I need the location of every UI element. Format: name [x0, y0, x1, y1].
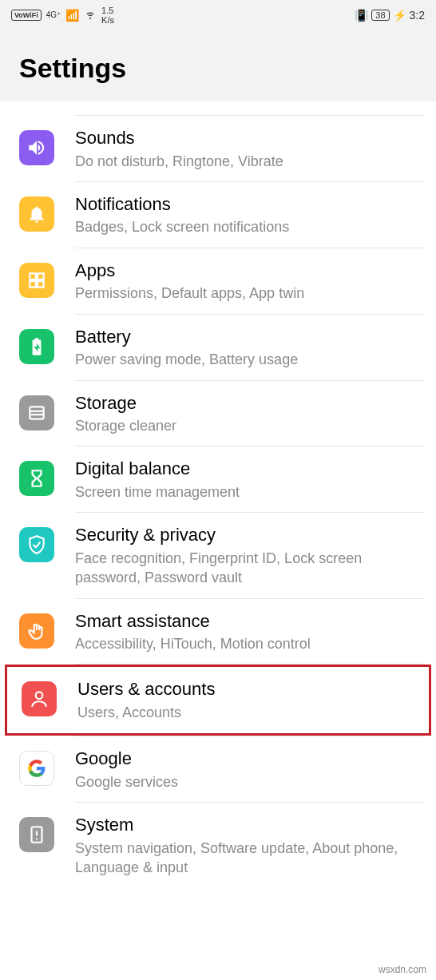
clock: 3:2	[410, 9, 425, 22]
item-title: Notifications	[75, 193, 425, 216]
item-title: Smart assistance	[75, 610, 425, 633]
settings-item-notifications[interactable]: Notifications Badges, Lock screen notifi…	[0, 182, 436, 248]
item-title: Google	[75, 748, 425, 771]
status-bar: VoWiFi 4G⁺ 📶 1.5K/s 📳 38 ⚡ 3:2	[0, 0, 436, 30]
item-subtitle: Power saving mode, Battery usage	[75, 350, 425, 369]
hand-icon	[19, 613, 54, 649]
item-subtitle: Users, Accounts	[77, 703, 418, 722]
vowifi-indicator: VoWiFi	[11, 10, 42, 21]
status-left: VoWiFi 4G⁺ 📶 1.5K/s	[11, 6, 114, 25]
item-title: System	[75, 814, 425, 837]
charging-icon: ⚡	[393, 9, 406, 22]
settings-item-users-accounts[interactable]: Users & accounts Users, Accounts	[7, 667, 429, 733]
item-title: Security & privacy	[75, 524, 425, 547]
item-title: Users & accounts	[77, 678, 418, 701]
sound-icon	[19, 130, 54, 165]
item-title: Digital balance	[75, 458, 425, 481]
svg-point-5	[36, 839, 38, 840]
item-subtitle: Permissions, Default apps, App twin	[75, 284, 425, 303]
settings-item-battery[interactable]: Battery Power saving mode, Battery usage	[0, 315, 436, 381]
settings-item-storage[interactable]: Storage Storage cleaner	[0, 381, 436, 447]
google-icon	[19, 751, 54, 786]
settings-item-digital-balance[interactable]: Digital balance Screen time management	[0, 446, 436, 513]
data-speed: 1.5K/s	[101, 6, 114, 25]
battery-indicator: 38	[371, 10, 389, 21]
signal-icon: 📶	[65, 9, 79, 22]
settings-header: Settings	[0, 30, 436, 101]
hourglass-icon	[19, 461, 54, 496]
svg-rect-0	[30, 407, 43, 419]
item-subtitle: Screen time management	[75, 482, 425, 502]
settings-item-security[interactable]: Security & privacy Face recognition, Fin…	[0, 513, 436, 598]
page-title: Settings	[19, 53, 417, 84]
wifi-icon	[84, 8, 97, 23]
vibrate-icon: 📳	[355, 9, 368, 22]
item-subtitle: Storage cleaner	[75, 416, 425, 435]
item-subtitle: Google services	[75, 772, 425, 792]
item-title: Battery	[75, 326, 425, 349]
shield-icon	[19, 527, 54, 562]
bell-icon	[19, 196, 54, 232]
item-subtitle: Badges, Lock screen notifications	[75, 217, 425, 236]
battery-icon	[19, 329, 54, 364]
watermark: wsxdn.com	[379, 964, 426, 975]
item-subtitle: Face recognition, Fingerprint ID, Lock s…	[75, 549, 425, 588]
settings-item-apps[interactable]: Apps Permissions, Default apps, App twin	[0, 248, 436, 315]
settings-item-sounds[interactable]: Sounds Do not disturb, Ringtone, Vibrate	[0, 116, 436, 182]
item-title: Apps	[75, 260, 425, 283]
item-title: Sounds	[75, 127, 425, 150]
user-icon	[22, 681, 57, 716]
status-right: 📳 38 ⚡ 3:2	[355, 9, 425, 22]
item-subtitle: System navigation, Software update, Abou…	[75, 839, 425, 878]
svg-point-3	[36, 692, 43, 700]
settings-list: Sounds Do not disturb, Ringtone, Vibrate…	[0, 101, 436, 888]
highlight-box: Users & accounts Users, Accounts	[5, 665, 431, 736]
apps-icon	[19, 263, 54, 298]
item-subtitle: Accessibility, HiTouch, Motion control	[75, 634, 425, 653]
system-icon	[19, 817, 54, 852]
network-indicator: 4G⁺	[46, 11, 61, 19]
storage-icon	[19, 395, 54, 430]
item-title: Storage	[75, 392, 425, 415]
partial-row-top	[75, 101, 425, 116]
settings-item-system[interactable]: System System navigation, Software updat…	[0, 803, 436, 888]
item-subtitle: Do not disturb, Ringtone, Vibrate	[75, 152, 425, 171]
settings-item-smart-assistance[interactable]: Smart assistance Accessibility, HiTouch,…	[0, 599, 436, 665]
settings-item-google[interactable]: Google Google services	[0, 736, 436, 803]
